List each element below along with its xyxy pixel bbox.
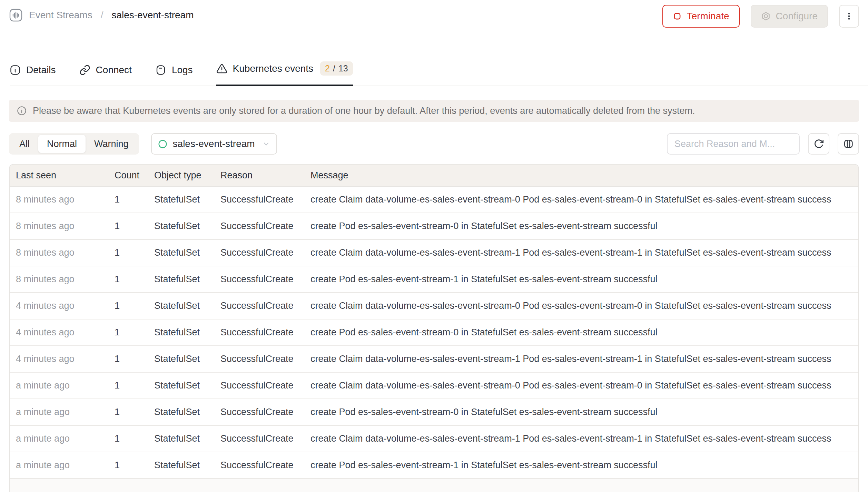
log-file-icon xyxy=(155,65,166,76)
severity-option-warning[interactable]: Warning xyxy=(86,135,137,153)
terminate-button[interactable]: Terminate xyxy=(662,5,740,28)
green-status-ring-icon xyxy=(158,139,167,149)
cell-last-seen: 8 minutes ago xyxy=(10,221,108,232)
events-count-badge: 2 / 13 xyxy=(320,61,353,76)
cell-object-type: StatefulSet xyxy=(148,380,214,391)
cell-count: 1 xyxy=(108,274,148,285)
cell-last-seen: 8 minutes ago xyxy=(10,274,108,285)
cell-object-type: StatefulSet xyxy=(148,354,214,364)
configure-button[interactable]: Configure xyxy=(751,5,828,28)
retention-info-text: Please be aware that Kubernetes events a… xyxy=(33,106,695,116)
table-row[interactable]: 8 minutes ago1StatefulSetSuccessfulCreat… xyxy=(10,240,858,266)
cell-count: 1 xyxy=(108,380,148,391)
cell-object-type: StatefulSet xyxy=(148,407,214,417)
cell-object-type: StatefulSet xyxy=(148,433,214,444)
column-header-count: Count xyxy=(108,170,148,181)
severity-segmented-control: All Normal Warning xyxy=(9,133,139,155)
table-row[interactable]: 4 minutes ago1StatefulSetSuccessfulCreat… xyxy=(10,319,858,346)
column-header-message: Message xyxy=(304,170,858,181)
tab-logs[interactable]: Logs xyxy=(155,65,193,86)
tab-kubernetes-events[interactable]: Kubernetes events 2 / 13 xyxy=(216,61,353,86)
info-circle-icon xyxy=(17,106,27,116)
cell-object-type: StatefulSet xyxy=(148,247,214,258)
tab-details-label: Details xyxy=(26,65,56,76)
table-header-row: Last seen Count Object type Reason Messa… xyxy=(10,165,858,187)
table-row[interactable]: a minute ago1StatefulSetSuccessfulCreate… xyxy=(10,399,858,426)
cell-count: 1 xyxy=(108,194,148,205)
warning-triangle-icon xyxy=(216,63,227,74)
cell-reason: SuccessfulCreate xyxy=(214,327,304,338)
table-row[interactable]: 8 minutes ago1StatefulSetSuccessfulCreat… xyxy=(10,266,858,293)
column-settings-button[interactable] xyxy=(838,133,859,155)
cell-count: 1 xyxy=(108,407,148,417)
table-row[interactable]: a minute ago1StatefulSetSuccessfulCreate… xyxy=(10,452,858,479)
stop-icon xyxy=(673,12,682,21)
filter-left-group: All Normal Warning sales-event-stream xyxy=(9,133,277,155)
retention-info-banner: Please be aware that Kubernetes events a… xyxy=(9,100,859,122)
cell-message: create Claim data-volume-es-sales-event-… xyxy=(304,354,858,364)
table-row[interactable]: 4 minutes ago1StatefulSetSuccessfulCreat… xyxy=(10,346,858,373)
cell-message: create Pod es-sales-event-stream-0 in St… xyxy=(304,221,858,232)
cell-reason: SuccessfulCreate xyxy=(214,221,304,232)
cell-last-seen: a minute ago xyxy=(10,380,108,391)
resource-dropdown[interactable]: sales-event-stream xyxy=(151,133,277,155)
cell-message: create Claim data-volume-es-sales-event-… xyxy=(304,301,858,311)
cell-object-type: StatefulSet xyxy=(148,301,214,311)
cell-reason: SuccessfulCreate xyxy=(214,247,304,258)
page-header: Event Streams / sales-event-stream Termi… xyxy=(0,0,868,28)
breadcrumb-current-page: sales-event-stream xyxy=(111,10,194,21)
cell-last-seen: 8 minutes ago xyxy=(10,194,108,205)
cell-message: create Pod es-sales-event-stream-1 in St… xyxy=(304,274,858,285)
more-actions-button[interactable] xyxy=(839,5,859,28)
cell-last-seen: a minute ago xyxy=(10,433,108,444)
configure-button-label: Configure xyxy=(776,11,818,22)
cell-last-seen: 8 minutes ago xyxy=(10,247,108,258)
table-row[interactable]: a minute ago1StatefulSetSuccessfulCreate… xyxy=(10,426,858,452)
refresh-button[interactable] xyxy=(808,133,829,155)
severity-option-all[interactable]: All xyxy=(11,135,38,153)
table-row[interactable]: 8 minutes ago1StatefulSetSuccessfulCreat… xyxy=(10,187,858,213)
chevron-down-icon xyxy=(262,140,270,148)
terminate-button-label: Terminate xyxy=(687,11,729,22)
cell-object-type: StatefulSet xyxy=(148,274,214,285)
cell-count: 1 xyxy=(108,247,148,258)
kebab-menu-icon xyxy=(844,11,854,21)
tab-details[interactable]: Details xyxy=(10,65,56,86)
search-input[interactable] xyxy=(667,133,800,155)
cell-reason: SuccessfulCreate xyxy=(214,301,304,311)
cell-reason: SuccessfulCreate xyxy=(214,407,304,417)
total-count: 13 xyxy=(338,63,348,73)
cell-object-type: StatefulSet xyxy=(148,460,214,471)
cell-message: create Claim data-volume-es-sales-event-… xyxy=(304,433,858,444)
breadcrumb-separator: / xyxy=(99,10,106,21)
cell-message: create Pod es-sales-event-stream-0 in St… xyxy=(304,327,858,338)
cell-object-type: StatefulSet xyxy=(148,194,214,205)
tab-connect-label: Connect xyxy=(96,65,132,76)
column-header-last-seen: Last seen xyxy=(10,170,108,181)
filter-toolbar: All Normal Warning sales-event-stream xyxy=(9,133,859,155)
cell-last-seen: 4 minutes ago xyxy=(10,354,108,364)
table-row[interactable]: 4 minutes ago1StatefulSetSuccessfulCreat… xyxy=(10,293,858,319)
header-actions: Terminate Configure xyxy=(662,5,859,28)
table-row[interactable]: a minute ago1StatefulSetSuccessfulCreate… xyxy=(10,373,858,399)
resource-dropdown-value: sales-event-stream xyxy=(173,138,255,149)
cell-count: 1 xyxy=(108,221,148,232)
partial-next-row xyxy=(10,479,858,492)
table-row[interactable]: 8 minutes ago1StatefulSetSuccessfulCreat… xyxy=(10,213,858,240)
cell-count: 1 xyxy=(108,301,148,311)
cell-object-type: StatefulSet xyxy=(148,327,214,338)
info-square-icon xyxy=(10,65,21,76)
severity-option-normal[interactable]: Normal xyxy=(38,135,86,153)
tab-kubernetes-events-label: Kubernetes events xyxy=(233,63,314,74)
events-table: Last seen Count Object type Reason Messa… xyxy=(9,164,859,492)
cell-message: create Pod es-sales-event-stream-1 in St… xyxy=(304,460,858,471)
cell-reason: SuccessfulCreate xyxy=(214,274,304,285)
cell-reason: SuccessfulCreate xyxy=(214,380,304,391)
tab-connect[interactable]: Connect xyxy=(79,65,132,86)
breadcrumb: Event Streams / sales-event-stream xyxy=(9,5,194,22)
event-stream-waveform-icon xyxy=(9,8,23,22)
cell-reason: SuccessfulCreate xyxy=(214,354,304,364)
breadcrumb-app-link[interactable]: Event Streams xyxy=(29,10,92,21)
link-icon xyxy=(79,65,90,76)
column-header-reason: Reason xyxy=(214,170,304,181)
